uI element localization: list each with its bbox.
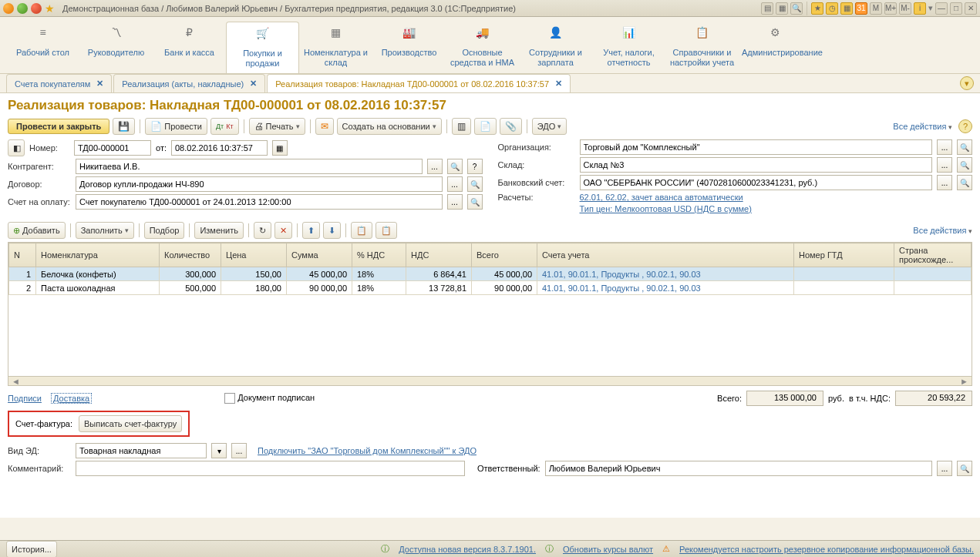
history-icon[interactable]: ◷ [826,2,838,15]
fill-button[interactable]: Заполнить [76,222,134,239]
nav-production[interactable]: 🏭Производство [372,22,446,73]
print-button[interactable]: 🖨Печать [249,118,305,135]
tabs-menu-icon[interactable]: ▾ [960,76,974,90]
move-down-button[interactable]: ⬇ [323,222,341,239]
nav-sales[interactable]: 🛒Покупки и продажи [226,22,299,73]
scroll-right-icon[interactable]: ► [957,377,972,386]
nav-manager[interactable]: 〽Руководителю [79,22,153,73]
minimize-icon[interactable]: — [935,2,948,15]
all-actions-menu[interactable]: Все действия [893,122,952,131]
add-row-button[interactable]: ⊕Добавить [8,222,66,239]
col-total[interactable]: Всего [472,243,537,267]
window-btn[interactable] [31,3,42,14]
select-button[interactable]: ... [937,139,952,155]
select-button[interactable]: ... [447,176,463,192]
favorites-icon[interactable]: ★ [811,2,823,15]
tab-current-doc[interactable]: Реализация товаров: Накладная ТД00-00000… [267,74,571,92]
signed-checkbox[interactable] [224,393,235,404]
dt-kt-button[interactable]: ДтКт [210,118,239,135]
table-row[interactable]: 2 Паста шоколадная 500,000 180,00 90 000… [9,281,972,295]
comment-field[interactable] [76,461,465,476]
number-field[interactable] [74,140,151,156]
report-button[interactable]: ▥ [452,118,471,135]
warehouse-field[interactable] [580,157,933,173]
star-icon[interactable]: ★ [45,2,55,15]
close-icon[interactable]: ✕ [965,2,977,15]
select-button[interactable]: ... [427,159,443,174]
window-menu-icon[interactable] [3,3,14,14]
calc-icon[interactable]: ▦ [840,2,853,15]
col-gtd[interactable]: Номер ГТД [794,243,894,267]
open-button[interactable]: 🔍 [957,461,972,476]
col-price[interactable]: Цена [221,243,287,267]
grid-all-actions[interactable]: Все действия [913,226,972,235]
select-button[interactable]: ... [231,443,247,458]
col-sum[interactable]: Сумма [287,243,352,267]
create-invoice-button[interactable]: Выписать счет-фактуру [79,415,182,432]
maximize-icon[interactable]: □ [950,2,962,15]
tab-close-icon[interactable]: ✕ [555,79,562,89]
tab-close-icon[interactable]: ✕ [96,79,103,89]
edo-connect-link[interactable]: Подключить "ЗАО "Торговый дом Комплексны… [258,446,477,455]
col-country[interactable]: Страна происхожде... [894,243,972,267]
open-button[interactable]: 🔍 [957,157,972,173]
nav-accounting[interactable]: 📊Учет, налоги, отчетность [592,22,665,73]
responsible-field[interactable] [545,461,932,476]
price-type-link[interactable]: Тип цен: Мелкооптовая USD (НДС в сумме) [580,204,752,213]
signatures-link[interactable]: Подписи [8,394,42,403]
open-button[interactable]: 🔍 [957,175,972,190]
calendar-icon[interactable]: 31 [855,2,867,15]
invoice-field[interactable] [76,194,443,210]
open-button[interactable]: 🔍 [467,194,483,210]
ed-type-field[interactable] [76,443,207,458]
post-button[interactable]: 📄Провести [145,118,207,135]
calendar-button[interactable]: ▦ [272,140,288,156]
bank-field[interactable] [580,175,933,190]
clipboard-paste-button[interactable]: 📋 [375,222,397,239]
m-minus-btn[interactable]: M- [899,2,911,15]
save-button[interactable]: 💾 [113,118,135,135]
accounts-link[interactable]: 41.01, 90.01.1, Продукты , 90.02.1, 90.0… [542,270,701,279]
titlebar-tool-icon[interactable]: ▦ [776,2,788,15]
open-button[interactable]: 🔍 [447,159,463,174]
scroll-left-icon[interactable]: ◄ [8,377,23,386]
m-btn[interactable]: M [870,2,882,15]
col-qty[interactable]: Количество [160,243,221,267]
open-button[interactable]: 🔍 [467,176,483,192]
attach-button[interactable]: 📎 [500,118,522,135]
select-button[interactable]: ... [937,461,952,476]
accounts-link[interactable]: 41.01, 90.01.1, Продукты , 90.02.1, 90.0… [542,284,701,293]
titlebar-tool-icon[interactable]: 🔍 [790,2,803,15]
col-vat-rate[interactable]: % НДС [352,243,406,267]
nav-admin[interactable]: ⚙Администрирование [739,22,812,73]
dropdown-button[interactable]: ▾ [211,443,227,458]
delivery-link[interactable]: Доставка [51,393,92,404]
files-button[interactable]: 📄 [474,118,497,135]
window-btn[interactable] [17,3,28,14]
date-field[interactable] [171,140,268,156]
titlebar-tool-icon[interactable]: ▤ [761,2,773,15]
contract-field[interactable] [76,176,443,192]
help-button[interactable]: ? [958,119,972,133]
nav-bank[interactable]: ₽Банк и касса [153,22,226,73]
col-accounts[interactable]: Счета учета [537,243,794,267]
col-n[interactable]: N [9,243,36,267]
m-plus-btn[interactable]: M+ [884,2,897,15]
calc-link[interactable]: 62.01, 62.02, зачет аванса автоматически [580,193,743,202]
nav-assets[interactable]: 🚚Основные средства и НМА [446,22,519,73]
open-button[interactable]: 🔍 [957,139,972,155]
email-button[interactable]: ✉ [315,118,334,135]
select-button[interactable]: ... [447,194,463,210]
copy-row-button[interactable]: ↻ [254,222,271,239]
select-items-button[interactable]: Подбор [144,222,185,239]
structure-button[interactable]: ◧ [8,139,25,156]
delete-row-button[interactable]: ✕ [274,222,292,239]
counterparty-field[interactable] [76,159,423,174]
tab-close-icon[interactable]: ✕ [250,79,257,89]
change-button[interactable]: Изменить [194,222,244,239]
tab-invoices[interactable]: Счета покупателям✕ [6,74,112,92]
move-up-button[interactable]: ⬆ [302,222,320,239]
help-button[interactable]: ? [467,159,483,174]
table-row[interactable]: 1 Белочка (конфеты) 300,000 150,00 45 00… [9,267,972,281]
col-vat[interactable]: НДС [406,243,472,267]
